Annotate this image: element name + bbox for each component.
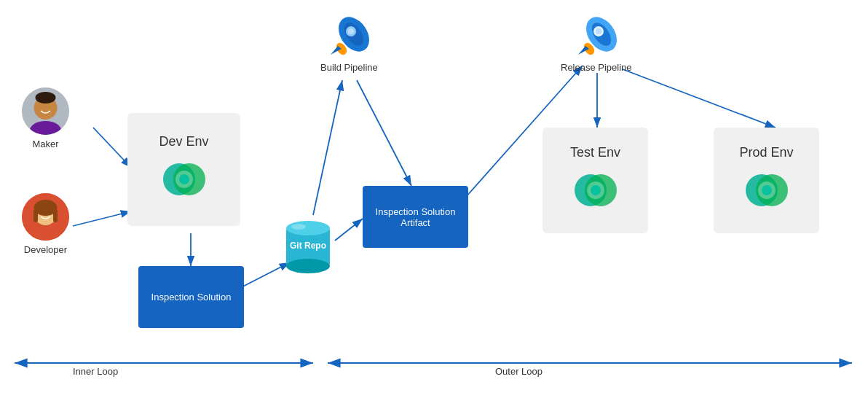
inspection-solution-label: Inspection Solution bbox=[151, 292, 232, 303]
build-pipeline-label: Build Pipeline bbox=[320, 62, 378, 73]
maker-actor: Maker bbox=[22, 87, 69, 149]
inspection-artifact-box: Inspection Solution Artifact bbox=[363, 186, 468, 248]
svg-rect-23 bbox=[53, 209, 58, 222]
inner-loop-label: Inner Loop bbox=[73, 364, 118, 378]
developer-actor: Developer bbox=[22, 193, 69, 255]
svg-point-35 bbox=[348, 28, 354, 34]
diagram-container: Maker Developer Dev Env bbox=[0, 0, 868, 398]
release-pipeline-node: Release Pipeline bbox=[561, 11, 632, 73]
prod-env-box: Prod Env bbox=[714, 128, 819, 233]
dev-env-title: Dev Env bbox=[159, 134, 208, 149]
svg-line-2 bbox=[93, 128, 131, 168]
svg-line-3 bbox=[73, 211, 131, 226]
svg-point-17 bbox=[36, 92, 56, 104]
dev-env-logo bbox=[159, 154, 210, 205]
test-env-title: Test Env bbox=[570, 145, 620, 160]
release-pipeline-label: Release Pipeline bbox=[561, 62, 632, 73]
inspection-solution-box: Inspection Solution bbox=[138, 266, 244, 328]
svg-line-7 bbox=[357, 80, 411, 186]
maker-avatar bbox=[22, 87, 69, 135]
git-repo-label: Git Repo bbox=[290, 241, 326, 251]
svg-line-11 bbox=[623, 69, 776, 128]
svg-line-8 bbox=[335, 219, 363, 241]
outer-loop-label: Outer Loop bbox=[495, 364, 542, 378]
build-pipeline-node: Build Pipeline bbox=[320, 11, 378, 73]
prod-env-title: Prod Env bbox=[739, 145, 793, 160]
developer-avatar bbox=[22, 193, 69, 241]
svg-point-31 bbox=[291, 224, 306, 230]
release-pipeline-icon bbox=[571, 11, 622, 62]
svg-rect-22 bbox=[33, 209, 38, 222]
test-env-logo bbox=[570, 165, 621, 216]
svg-point-47 bbox=[591, 185, 601, 195]
svg-point-27 bbox=[179, 174, 189, 184]
svg-point-30 bbox=[286, 259, 330, 273]
inspection-artifact-label: Inspection Solution Artifact bbox=[368, 206, 462, 228]
test-env-box: Test Env bbox=[542, 128, 648, 233]
dev-env-box: Dev Env bbox=[127, 113, 240, 226]
developer-label: Developer bbox=[24, 244, 67, 255]
build-pipeline-icon bbox=[323, 11, 374, 62]
svg-point-51 bbox=[762, 185, 772, 195]
maker-label: Maker bbox=[32, 138, 58, 149]
svg-point-41 bbox=[596, 28, 601, 34]
prod-env-logo bbox=[741, 165, 792, 216]
git-repo-node: Git Repo bbox=[283, 215, 334, 284]
svg-line-6 bbox=[313, 80, 342, 215]
